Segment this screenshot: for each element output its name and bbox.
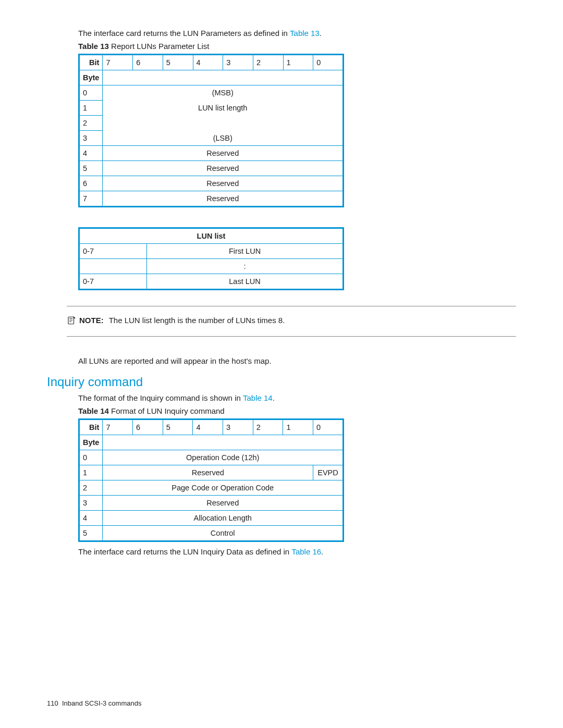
byte-cell: 6 xyxy=(79,176,103,191)
table-row: 0-7 Last LUN xyxy=(79,274,344,290)
range-cell: 0-7 xyxy=(79,244,147,259)
bit-col-4: 4 xyxy=(193,419,223,435)
bit-header: Bit xyxy=(79,55,103,70)
bit-col-1: 1 xyxy=(283,55,313,70)
byte-cell: 2 xyxy=(79,480,103,496)
bit-col-3: 3 xyxy=(223,55,253,70)
table-row: 2 xyxy=(79,116,344,131)
value-cell: Reserved xyxy=(103,465,313,480)
byte-cell: 2 xyxy=(79,116,103,131)
table16-link[interactable]: Table 16 xyxy=(291,547,321,556)
outro-text: The interface card returns the LUN Inqui… xyxy=(78,547,291,556)
table-row: 5 Reserved xyxy=(79,161,344,176)
table13: Bit 7 6 5 4 3 2 1 0 Byte 0 (MSB) 1 LUN l… xyxy=(78,54,344,207)
value-cell: (MSB) xyxy=(103,85,344,101)
value-cell: Operation Code (12h) xyxy=(103,450,344,465)
page-footer: 110 Inband SCSI-3 commands xyxy=(47,699,141,707)
empty-cell xyxy=(103,435,344,450)
svg-rect-0 xyxy=(68,317,74,324)
value-cell xyxy=(103,116,344,131)
table13-link[interactable]: Table 13 xyxy=(290,29,320,38)
bit-col-4: 4 xyxy=(193,55,223,70)
table-row: 4 Allocation Length xyxy=(79,511,344,526)
table-row: 4 Reserved xyxy=(79,146,344,161)
value-cell: Reserved xyxy=(103,496,344,511)
footer-section: Inband SCSI-3 commands xyxy=(62,699,141,707)
table13-caption: Table 13 Report LUNs Parameter List xyxy=(47,42,516,51)
bit-col-3: 3 xyxy=(223,419,253,435)
empty-cell xyxy=(103,70,344,85)
note-text: The LUN list length is the number of LUN… xyxy=(109,316,285,325)
note-label: NOTE: xyxy=(79,316,104,325)
lun-list-table: LUN list 0-7 First LUN : 0-7 Last LUN xyxy=(78,227,344,290)
table14-caption-label: Table 14 xyxy=(78,406,109,415)
table-row: 3 Reserved xyxy=(79,496,344,511)
byte-header: Byte xyxy=(79,70,103,85)
value-cell: Last LUN xyxy=(147,274,344,290)
table-row: 6 Reserved xyxy=(79,176,344,191)
bit-header: Bit xyxy=(79,419,103,435)
bit-col-1: 1 xyxy=(283,419,313,435)
bit-col-0: 0 xyxy=(313,419,344,435)
note-icon xyxy=(67,316,76,327)
bit-col-2: 2 xyxy=(253,419,283,435)
table13-caption-text: Report LUNs Parameter List xyxy=(109,42,210,51)
value-cell: EVPD xyxy=(313,465,344,480)
table-row: 0 Operation Code (12h) xyxy=(79,450,344,465)
value-cell: First LUN xyxy=(147,244,344,259)
lun-list-header-row: LUN list xyxy=(79,228,344,244)
intro-text: The interface card returns the LUN Param… xyxy=(78,29,290,38)
bit-col-2: 2 xyxy=(253,55,283,70)
byte-cell: 4 xyxy=(79,146,103,161)
bit-col-6: 6 xyxy=(133,55,163,70)
table13-caption-label: Table 13 xyxy=(78,42,109,51)
value-cell: Reserved xyxy=(103,146,344,161)
byte-cell: 5 xyxy=(79,161,103,176)
byte-header-row: Byte xyxy=(79,70,344,85)
table-header-row: Bit 7 6 5 4 3 2 1 0 xyxy=(79,55,344,70)
value-cell: Control xyxy=(103,526,344,541)
table14: Bit 7 6 5 4 3 2 1 0 Byte 0 Operation Cod… xyxy=(78,418,344,542)
byte-header: Byte xyxy=(79,435,103,450)
byte-cell: 1 xyxy=(79,465,103,480)
byte-cell: 4 xyxy=(79,511,103,526)
note-rule-bottom xyxy=(67,336,516,337)
table-row: 7 Reserved xyxy=(79,191,344,207)
byte-header-row: Byte xyxy=(79,435,344,450)
page: The interface card returns the LUN Param… xyxy=(0,0,563,728)
byte-cell: 7 xyxy=(79,191,103,207)
intro-paragraph: The interface card returns the LUN Param… xyxy=(47,29,516,38)
lun-list-header: LUN list xyxy=(79,228,344,244)
table14-caption-text: Format of LUN Inquiry command xyxy=(109,406,225,415)
inquiry-intro-end: . xyxy=(273,393,275,402)
table-row: 1 LUN list length xyxy=(79,101,344,116)
inquiry-intro-text: The format of the Inquiry command is sho… xyxy=(78,393,243,402)
table-row: : xyxy=(79,259,344,274)
page-number: 110 xyxy=(47,699,58,707)
value-cell: : xyxy=(147,259,344,274)
table14-link[interactable]: Table 14 xyxy=(243,393,273,402)
byte-cell: 1 xyxy=(79,101,103,116)
all-luns-paragraph: All LUNs are reported and will appear in… xyxy=(47,356,516,365)
range-cell: 0-7 xyxy=(79,274,147,290)
byte-cell: 3 xyxy=(79,496,103,511)
table-row: 0-7 First LUN xyxy=(79,244,344,259)
value-cell: Allocation Length xyxy=(103,511,344,526)
table-row: 3 (LSB) xyxy=(79,131,344,146)
range-cell xyxy=(79,259,147,274)
bit-col-5: 5 xyxy=(163,419,193,435)
bit-col-7: 7 xyxy=(103,419,133,435)
value-cell: Reserved xyxy=(103,176,344,191)
table-row: 2 Page Code or Operation Code xyxy=(79,480,344,496)
value-cell: LUN list length xyxy=(103,101,344,116)
note-block: NOTE: The LUN list length is the number … xyxy=(47,306,516,337)
note-line: NOTE: The LUN list length is the number … xyxy=(67,306,516,336)
table-row: 0 (MSB) xyxy=(79,85,344,101)
table14-caption: Table 14 Format of LUN Inquiry command xyxy=(47,406,516,415)
value-cell: Reserved xyxy=(103,191,344,207)
value-cell: (LSB) xyxy=(103,131,344,146)
inquiry-command-heading: Inquiry command xyxy=(47,375,516,389)
outro-paragraph: The interface card returns the LUN Inqui… xyxy=(47,547,516,556)
bit-col-5: 5 xyxy=(163,55,193,70)
bit-col-7: 7 xyxy=(103,55,133,70)
